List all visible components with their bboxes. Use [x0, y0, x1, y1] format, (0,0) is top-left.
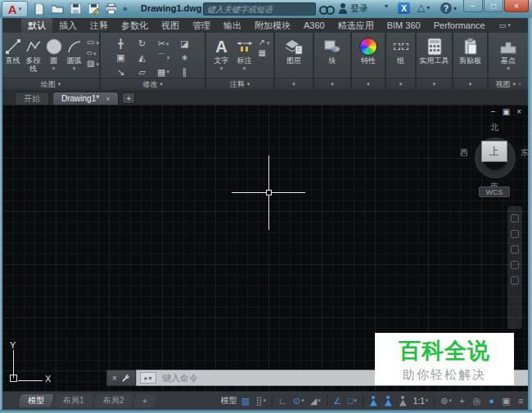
window-minimize-button[interactable]: − [463, 0, 483, 12]
isometric-drafting-toggle[interactable]: ◢▾ [309, 394, 322, 408]
ortho-mode-toggle[interactable]: ∟ [277, 394, 289, 408]
group-panel-label[interactable]: ▾ [386, 78, 415, 90]
ellipse-button[interactable]: ○ ▾ [87, 49, 99, 57]
offset-button[interactable]: ∥ [176, 67, 194, 78]
app-menu-button[interactable]: A ▾ [2, 1, 28, 17]
keep-me-updated-dropdown[interactable]: ▾ [385, 2, 388, 10]
model-space-button[interactable]: 模型 [220, 395, 237, 406]
object-snap-tracking-toggle[interactable]: ∠ [331, 394, 344, 408]
pan-icon[interactable] [511, 230, 519, 238]
stretch-button[interactable]: ↘ [112, 67, 130, 78]
customization-menu-button[interactable]: ≡ [515, 394, 527, 408]
viewcube-top-face[interactable]: 上 [481, 141, 507, 162]
showmotion-icon[interactable] [511, 276, 519, 285]
close-icon[interactable]: × [112, 374, 117, 383]
view-panel-label[interactable]: 视图 ▾ ^ [489, 78, 528, 90]
copy-button[interactable]: ▣ [112, 52, 130, 63]
command-line-handle[interactable]: × [106, 370, 136, 386]
plot-button[interactable] [105, 2, 118, 15]
file-tab-start[interactable]: 开始 [15, 92, 49, 105]
properties-button[interactable]: 特性 [354, 34, 382, 78]
move-button[interactable]: ╋ [112, 38, 130, 49]
model-tab[interactable]: 模型 [18, 394, 53, 407]
mirror-button[interactable]: ◭ [133, 52, 151, 63]
pin-icon[interactable]: ^ [518, 82, 521, 88]
annotation-scale-button[interactable] [397, 394, 409, 408]
dimension-button[interactable]: 标注 ▾ [233, 34, 256, 78]
group-button[interactable]: 组 [389, 34, 413, 78]
trim-button[interactable]: ✂▾ [155, 38, 173, 49]
full-nav-wheel-icon[interactable] [511, 214, 519, 222]
polyline-button[interactable]: 多段线 [23, 34, 43, 78]
save-as-button[interactable] [87, 2, 100, 15]
wcs-menu[interactable]: WCS [479, 186, 510, 197]
annotation-visibility-toggle[interactable] [367, 394, 380, 408]
command-options-chip[interactable]: ▸ ▾ [140, 372, 156, 384]
annotation-monitor-button[interactable]: + [456, 394, 468, 408]
navigation-bar[interactable] [507, 206, 522, 329]
snap-mode-toggle[interactable]: ▥ [239, 394, 251, 408]
zoom-icon[interactable] [511, 245, 519, 254]
open-file-button[interactable] [51, 2, 64, 15]
layout1-tab[interactable]: 布局1 [53, 394, 93, 407]
layout2-tab[interactable]: 布局2 [93, 394, 133, 407]
ribbon-tab-view[interactable]: 视图 [155, 18, 186, 33]
search-box[interactable] [203, 2, 316, 16]
draw-panel-label[interactable]: 绘图 ▾ [2, 78, 99, 90]
ribbon-tab-featured-apps[interactable]: 精选应用 [331, 18, 381, 33]
grid-display-toggle[interactable]: ⣿▾ [254, 394, 268, 408]
circle-button[interactable]: 圆 ▾ [43, 34, 64, 78]
scale-button[interactable]: ▱ [133, 67, 151, 78]
ribbon-tab-performance[interactable]: Performance [427, 18, 492, 33]
ribbon-tab-insert[interactable]: 插入 [52, 18, 83, 33]
utilities-button[interactable]: 实用工具 [418, 34, 451, 78]
a360-button[interactable]: △ ▾ [417, 2, 430, 12]
ribbon-tab-home[interactable]: 默认 [21, 18, 52, 33]
ribbon-tab-manage[interactable]: 管理 [186, 18, 217, 33]
hatch-button[interactable]: ▨ ▾ [87, 60, 99, 68]
viewcube-east[interactable]: 东 [521, 147, 528, 159]
hardware-acceleration-button[interactable]: ● [485, 394, 498, 408]
signin-button[interactable]: 登录 [339, 2, 368, 15]
scale-value-button[interactable]: 1:1▾ [412, 394, 430, 408]
viewcube-north[interactable]: 北 [490, 122, 498, 133]
close-icon[interactable]: × [106, 95, 110, 103]
ribbon-tab-a360[interactable]: A360 [297, 18, 331, 33]
exchange-apps-button[interactable]: X [398, 2, 410, 14]
arc-button[interactable]: 圆弧 ▾ [64, 34, 84, 78]
modify-panel-label[interactable]: 修改 ▾ [101, 78, 205, 90]
leader-button[interactable]: ↗ ▾ [259, 38, 270, 47]
window-close-button[interactable]: × [504, 0, 529, 12]
text-button[interactable]: A 文字 ▾ [210, 34, 233, 78]
insert-block-button[interactable]: 块 [317, 34, 348, 78]
explode-button[interactable]: ∗ [176, 52, 194, 63]
properties-panel-label[interactable]: ▾ [352, 78, 385, 90]
ribbon-tab-annotate[interactable]: 注释 [83, 18, 115, 33]
polar-tracking-toggle[interactable]: ⊙▾ [291, 394, 306, 408]
rectangle-button[interactable]: ▭ ▾ [87, 38, 99, 47]
clipboard-button[interactable]: 剪贴板 [455, 34, 486, 78]
doc-restore-button[interactable]: ▣ [503, 107, 510, 116]
qat-more-button[interactable]: » [123, 4, 127, 13]
file-tab-drawing1[interactable]: Drawing1* × [52, 92, 119, 105]
isolate-objects-button[interactable]: ◎ [471, 394, 483, 408]
annotation-panel-label[interactable]: 注释 ▾ [206, 78, 273, 90]
layers-panel-label[interactable]: ▾ [275, 78, 313, 90]
layer-properties-button[interactable]: 图层 [277, 34, 310, 78]
utilities-panel-label[interactable]: ▾ [417, 78, 452, 90]
search-icon[interactable] [319, 4, 332, 14]
new-file-button[interactable] [33, 2, 46, 15]
doc-close-button[interactable]: × [516, 107, 521, 116]
search-input[interactable] [204, 3, 320, 15]
clean-screen-button[interactable]: ▣ [500, 394, 512, 408]
ribbon-tab-output[interactable]: 输出 [217, 18, 248, 33]
array-button[interactable]: ▦▾ [155, 67, 173, 78]
rotate-button[interactable]: ↻ [133, 38, 151, 49]
object-snap-toggle[interactable]: □▾ [346, 394, 358, 408]
ribbon-tab-parametric[interactable]: 参数化 [115, 18, 155, 33]
ribbon-tab-bim360[interactable]: BIM 360 [381, 18, 427, 33]
erase-button[interactable]: ◪ [176, 38, 194, 49]
basepoint-button[interactable]: 基点 ▾ [491, 34, 525, 78]
customize-wrench-icon[interactable] [121, 374, 130, 383]
drawing-canvas[interactable]: − ▣ × 上 北 南 西 东 WCS X Y [2, 105, 528, 391]
